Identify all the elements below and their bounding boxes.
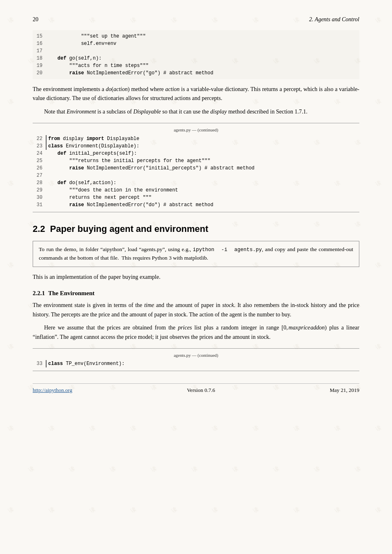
- line-content: """acts for n time steps""": [46, 62, 149, 69]
- note-box: To run the demo, in folder “aipython”, l…: [33, 241, 359, 267]
- paragraph-1: The environment implements a do(action) …: [33, 85, 359, 103]
- paragraph-5: Here we assume that the prices are obtai…: [33, 323, 359, 342]
- footer-link[interactable]: http://aipython.org: [33, 387, 72, 394]
- code-line: 22 from display import Displayable: [33, 135, 359, 142]
- code-line: 29 """does the action in the environment: [33, 187, 359, 194]
- line-content: def initial_percepts(self):: [46, 150, 137, 157]
- line-number: 26: [33, 165, 46, 172]
- code-line: 20 raise NotImplementedError("go") # abs…: [33, 69, 359, 77]
- code-line: 28 def do(self,action):: [33, 179, 359, 187]
- line-number: 27: [33, 172, 46, 179]
- line-number: 16: [33, 40, 46, 47]
- line-content: returns the next percept """: [46, 194, 151, 201]
- code-block-1: 15 """set up the agent""" 16 self.env=en…: [33, 30, 359, 79]
- line-number: 19: [33, 62, 46, 69]
- line-number: 15: [33, 33, 46, 40]
- page-header: 20 2. Agents and Control: [33, 16, 359, 23]
- chapter-title: 2. Agents and Control: [309, 16, 359, 23]
- code-line: 18 def go(self,n):: [33, 55, 359, 62]
- code-line: 24 def initial_percepts(self):: [33, 150, 359, 157]
- line-content: def do(self,action):: [46, 179, 116, 187]
- line-content: raise NotImplementedError("go") # abstra…: [46, 69, 213, 77]
- line-content: raise NotImplementedError("initial_perce…: [46, 165, 254, 172]
- code-line: 23 class Environment(Displayable):: [33, 142, 359, 150]
- paragraph-2: Note that Environment is a subclass of D…: [33, 107, 359, 116]
- footer-version: Version 0.7.6: [187, 387, 215, 394]
- code-line: 25 """returns the initial percepts for t…: [33, 157, 359, 165]
- line-number: 18: [33, 55, 46, 62]
- code-line: 27: [33, 172, 359, 179]
- paragraph-4: The environment state is given in terms …: [33, 301, 359, 319]
- code-label-2: agents.py — (continued): [33, 127, 359, 133]
- line-content: self.env=env: [46, 40, 116, 47]
- code-line: 15 """set up the agent""": [33, 33, 359, 40]
- code-line: 19 """acts for n time steps""": [33, 62, 359, 69]
- page: 读读读读读读读读读读 读读读读读读读读读 读读读读读读读读读读 读读读读读读读读…: [0, 0, 392, 554]
- code-block-3: agents.py — (continued) 33 class TP_env(…: [33, 348, 359, 372]
- section-number: 2.2: [33, 224, 45, 234]
- line-content: """set up the agent""": [46, 33, 146, 40]
- subsection-2-2-1-heading: 2.2.1The Environment: [33, 290, 359, 297]
- line-number: 28: [33, 179, 46, 187]
- line-content: def go(self,n):: [46, 55, 102, 62]
- line-content: class TP_env(Environment):: [46, 360, 125, 367]
- code-line: 31 raise NotImplementedError("do") # abs…: [33, 201, 359, 209]
- line-number: 23: [33, 142, 46, 150]
- line-number: 24: [33, 150, 46, 157]
- section-2-2-heading: 2.2 Paper buying agent and environment: [33, 224, 359, 234]
- line-content: """does the action in the environment: [46, 187, 178, 194]
- code-line: 26 raise NotImplementedError("initial_pe…: [33, 165, 359, 172]
- line-number: 29: [33, 187, 46, 194]
- line-number: 22: [33, 135, 46, 142]
- page-footer: http://aipython.org Version 0.7.6 May 21…: [33, 383, 359, 394]
- line-content: from display import Displayable: [46, 135, 139, 142]
- subsection-number: 2.2.1: [33, 290, 45, 296]
- code-line: 33 class TP_env(Environment):: [33, 360, 359, 367]
- line-number: 25: [33, 157, 46, 165]
- code-line: 30 returns the next percept """: [33, 194, 359, 201]
- subsection-title: The Environment: [48, 290, 95, 296]
- line-number: 31: [33, 201, 46, 209]
- code-line: 16 self.env=env: [33, 40, 359, 47]
- line-content: raise NotImplementedError("do") # abstra…: [46, 201, 213, 209]
- paragraph-3: This is an implementation of the paper b…: [33, 273, 359, 282]
- page-number: 20: [33, 16, 38, 23]
- line-number: 17: [33, 47, 46, 55]
- code-block-2: agents.py — (continued) 22 from display …: [33, 123, 359, 212]
- line-number: 20: [33, 69, 46, 77]
- line-number: 30: [33, 194, 46, 201]
- note-box-text: To run the demo, in folder “aipython”, l…: [39, 246, 353, 261]
- line-number: 33: [33, 360, 46, 367]
- code-line: 17: [33, 47, 359, 55]
- code-label-3: agents.py — (continued): [33, 352, 359, 359]
- line-content: class Environment(Displayable):: [46, 142, 139, 150]
- section-title: Paper buying agent and environment: [50, 224, 209, 234]
- line-content: """returns the initial percepts for the …: [46, 157, 210, 165]
- footer-date: May 21, 2019: [330, 387, 359, 394]
